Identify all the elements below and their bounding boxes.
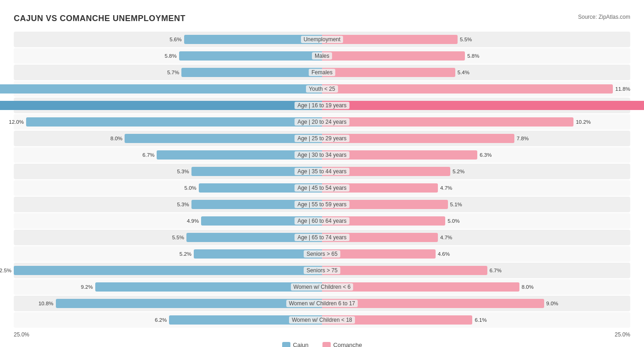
value-right: 10.2% <box>576 119 591 125</box>
value-left: 5.7% <box>167 70 179 75</box>
value-left: 8.0% <box>110 136 122 141</box>
bar-left <box>26 117 322 127</box>
value-right: 4.7% <box>440 185 452 191</box>
value-right: 8.0% <box>522 284 534 290</box>
row-inner: 5.2%4.6%Seniors > 65 <box>14 248 630 260</box>
bar-right <box>322 216 445 226</box>
bar-right <box>322 249 436 259</box>
row-inner: 12.0%10.2%Age | 20 to 24 years <box>14 116 630 128</box>
bar-left <box>14 266 322 275</box>
value-right: 5.4% <box>458 70 469 75</box>
bar-left <box>0 84 322 94</box>
row-inner: 6.7%6.3%Age | 30 to 34 years <box>14 149 630 161</box>
bar-right <box>322 266 487 275</box>
bar-right <box>322 101 644 110</box>
value-left: 5.6% <box>169 37 181 42</box>
value-left: 12.5% <box>0 268 11 273</box>
bar-left <box>157 150 322 160</box>
chart-row: 5.3%5.2%Age | 35 to 44 years <box>14 164 630 179</box>
value-left: 12.0% <box>9 119 24 125</box>
bar-right <box>322 68 455 77</box>
bar-left <box>56 299 322 308</box>
row-inner: 8.0%7.8%Age | 25 to 29 years <box>14 132 630 145</box>
bar-left <box>179 51 322 61</box>
chart-row: 5.2%4.6%Seniors > 65 <box>14 246 630 262</box>
chart-row: 12.0%10.2%Age | 20 to 24 years <box>14 114 630 130</box>
axis-right: 25.0% <box>615 331 630 338</box>
value-left: 5.8% <box>165 53 177 59</box>
bar-right <box>322 51 465 61</box>
chart-row: 10.8%9.0%Women w/ Children 6 to 17 <box>14 296 630 311</box>
bar-left <box>186 233 322 242</box>
bar-right <box>322 134 514 143</box>
value-right: 7.8% <box>517 136 529 141</box>
chart-row: 12.5%6.7%Seniors > 75 <box>14 263 630 278</box>
chart-row: 6.7%6.3%Age | 30 to 34 years <box>14 147 630 163</box>
row-inner: 5.3%5.1%Age | 55 to 59 years <box>14 198 630 211</box>
bar-left <box>0 101 322 110</box>
legend-cajun: Cajun <box>282 341 309 347</box>
chart-row: 5.8%5.8%Males <box>14 48 630 64</box>
chart-container: CAJUN VS COMANCHE UNEMPLOYMENT Source: Z… <box>14 9 630 347</box>
value-right: 9.0% <box>546 301 558 306</box>
chart-row: 6.2%6.1%Women w/ Children < 18 <box>14 312 630 328</box>
chart-source: Source: ZipAtlas.com <box>578 14 630 20</box>
row-inner: 5.6%5.5%Unemployment <box>14 33 630 46</box>
bar-left <box>191 200 322 209</box>
chart-title: CAJUN VS COMANCHE UNEMPLOYMENT <box>14 14 186 23</box>
bar-left <box>191 167 322 176</box>
comanche-label: Comanche <box>333 341 362 347</box>
row-inner: 9.2%8.0%Women w/ Children < 6 <box>14 281 630 293</box>
row-inner: 19.6%20.2%Age | 16 to 19 years <box>14 99 630 112</box>
row-inner: 5.5%4.7%Age | 65 to 74 years <box>14 231 630 244</box>
chart-row: 5.0%4.7%Age | 45 to 54 years <box>14 180 630 196</box>
bar-right <box>322 167 450 176</box>
bar-left <box>184 35 322 44</box>
bar-left <box>201 216 322 226</box>
bar-right <box>322 200 448 209</box>
legend-comanche: Comanche <box>322 341 362 347</box>
chart-row: 8.0%7.8%Age | 25 to 29 years <box>14 131 630 146</box>
value-right: 4.7% <box>440 235 452 240</box>
bar-left <box>199 183 322 193</box>
row-inner: 5.8%5.8%Males <box>14 50 630 62</box>
bar-right <box>322 150 477 160</box>
chart-header: CAJUN VS COMANCHE UNEMPLOYMENT Source: Z… <box>14 14 630 23</box>
bar-left <box>95 282 322 292</box>
row-inner: 4.9%5.0%Age | 60 to 64 years <box>14 215 630 227</box>
value-right: 5.0% <box>448 218 459 224</box>
chart-row: 4.9%5.0%Age | 60 to 64 years <box>14 213 630 229</box>
cajun-swatch <box>282 342 290 347</box>
bar-left <box>125 134 322 143</box>
value-right: 5.1% <box>450 202 462 207</box>
value-left: 10.8% <box>38 301 54 306</box>
value-left: 6.7% <box>142 152 154 158</box>
chart-row: 5.5%4.7%Age | 65 to 74 years <box>14 230 630 245</box>
bar-right <box>322 315 472 325</box>
bar-right <box>322 299 544 308</box>
comanche-swatch <box>322 342 331 347</box>
value-left: 6.2% <box>155 317 167 323</box>
row-inner: 5.7%5.4%Females <box>14 66 630 79</box>
bar-right <box>322 117 573 127</box>
row-inner: 10.8%9.0%Women w/ Children 6 to 17 <box>14 297 630 310</box>
axis-row: 25.0% 25.0% <box>14 331 630 338</box>
row-inner: 6.2%6.1%Women w/ Children < 18 <box>14 314 630 326</box>
bar-right <box>322 233 438 242</box>
bar-left <box>181 68 322 77</box>
chart-row: 19.6%20.2%Age | 16 to 19 years <box>14 98 630 113</box>
value-left: 9.2% <box>81 284 93 290</box>
bar-left <box>194 249 322 259</box>
value-left: 5.3% <box>177 169 189 174</box>
chart-row: 9.2%8.0%Women w/ Children < 6 <box>14 279 630 295</box>
value-left: 5.5% <box>172 235 184 240</box>
axis-left: 25.0% <box>14 331 29 338</box>
value-left: 5.2% <box>180 251 191 257</box>
value-right: 5.8% <box>467 53 479 59</box>
row-inner: 5.3%5.2%Age | 35 to 44 years <box>14 165 630 178</box>
cajun-label: Cajun <box>293 341 309 347</box>
chart-row: 13.2%11.8%Youth < 25 <box>14 81 630 97</box>
chart-row: 5.6%5.5%Unemployment <box>14 32 630 47</box>
bar-right <box>322 183 438 193</box>
value-left: 5.3% <box>177 202 189 207</box>
